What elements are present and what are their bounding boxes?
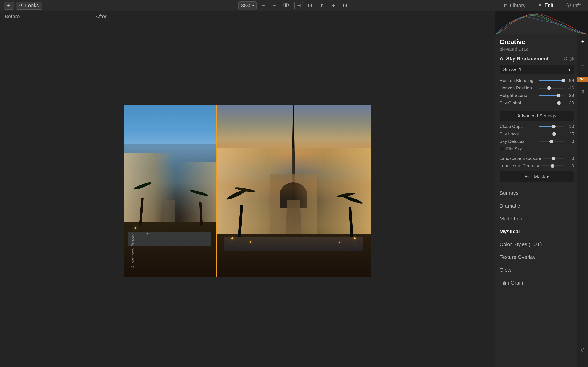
zoom-control[interactable]: 38% ▾ [238,1,257,10]
looks-icon: 👁 [19,3,24,8]
flip-sky-label: Flip Sky [506,146,522,151]
looks-button[interactable]: 👁 Looks [16,2,43,9]
plus-icon: + [7,3,10,9]
dropdown-chevron: ▾ [568,67,571,72]
list-item-texture-overlay[interactable]: Texture Overlay [500,251,574,264]
landscape-contrast-value: 0 [566,163,574,168]
horizon-position-label: Horizon Position [500,85,537,91]
close-gaps-slider[interactable] [539,124,564,129]
list-item-film-grain[interactable]: Film Grain [500,277,574,289]
sky-local-row: Sky Local 25 [500,131,574,137]
sky-local-value: 25 [566,131,574,137]
ai-sky-actions: ↺ ◎ [563,56,574,62]
relight-scene-label: Relight Scene [500,93,537,98]
photo-before [124,105,216,277]
image-container: © Matthew Browne [7,22,488,360]
history-panel-button[interactable]: ↺ [579,346,587,354]
sky-global-label: Sky Global [500,100,537,106]
creative-panel-button[interactable]: ⊛ [579,88,587,96]
close-gaps-row: Close Gaps 10 [500,124,574,129]
ai-sky-title: AI Sky Replacement [500,56,549,62]
section-title: Creative [500,38,574,46]
sky-global-row: Sky Global 30 [500,100,574,106]
horizon-position-slider[interactable] [539,86,564,90]
horizon-position-value: -16 [566,85,574,91]
list-item-color-styles[interactable]: Color Styles (LUT) [500,238,574,251]
creative-list: Sunrays Dramatic Matte Look Mystical Col… [500,187,574,289]
split-divider[interactable] [216,105,216,277]
before-label: Before [0,11,91,22]
portrait-panel-button[interactable]: ☺ [579,62,587,71]
list-item-sunrays[interactable]: Sunrays [500,187,574,200]
sky-global-slider[interactable] [539,101,564,105]
edit-mask-label: Edit Mask ▾ [525,174,549,179]
right-panel: Creative elevated.CR2 AI Sky Replacement… [495,11,588,367]
edit-nav-button[interactable]: ✏ Edit [532,0,560,11]
after-label: After [91,11,495,22]
fullscreen-button[interactable]: ⊡ [341,2,350,9]
horizon-blending-value: 98 [566,78,574,83]
compare-button[interactable]: ⊟ [294,2,303,9]
edit-mask-button[interactable]: Edit Mask ▾ [500,171,574,182]
zoom-in-button[interactable]: + [270,1,278,10]
toolbar: + 👁 Looks 38% ▾ − + 👁 ⊟ ⊡ ⬆ ⊞ ⊡ ⊞ Librar… [0,0,588,11]
edit-icon: ✏ [538,3,543,8]
list-item-matte-look[interactable]: Matte Look [500,213,574,225]
landscape-exposure-slider[interactable] [543,156,564,161]
sky-defocus-row: Sky Defocus 0 [500,139,574,144]
divider-2 [500,185,574,185]
divider [500,154,574,154]
info-icon: ⓘ [566,2,571,9]
library-nav-button[interactable]: ⊞ Library [497,0,532,11]
copyright-text: © Matthew Browne [131,232,136,268]
sky-local-slider[interactable] [539,132,564,136]
photo-after [216,105,371,277]
landscape-contrast-label: Landscape Contrast [500,163,539,168]
preset-label: Sunset 1 [503,67,521,72]
chevron-down-icon: ▾ [252,3,254,8]
list-item-mystical[interactable]: Mystical [500,225,574,238]
list-item-glow[interactable]: Glow [500,264,574,277]
horizon-blending-row: Horizon Blending 98 [500,78,574,83]
horizon-blending-slider[interactable] [539,78,564,83]
more-panel-button[interactable]: ⋯ [579,359,587,367]
landscape-contrast-slider[interactable] [541,164,564,168]
sky-defocus-slider[interactable] [539,139,564,144]
add-button[interactable]: + [4,2,14,9]
flip-sky-checkbox[interactable] [500,147,504,151]
list-item-dramatic[interactable]: Dramatic [500,200,574,213]
advanced-settings-button[interactable]: Advanced Settings [500,111,574,121]
histogram-area [495,11,588,34]
pro-badge: PRO [577,77,588,82]
sky-defocus-value: 0 [566,139,574,144]
landscape-exposure-label: Landscape Exposure [500,156,541,161]
close-gaps-value: 10 [566,124,574,129]
relight-scene-value: 29 [566,93,574,98]
crop-button[interactable]: ⊡ [306,2,315,9]
photo-wrapper[interactable]: © Matthew Browne [124,105,371,277]
layers-panel-button[interactable]: ⊞ [579,37,587,46]
relight-scene-row: Relight Scene 29 [500,93,574,98]
grid-button[interactable]: ⊞ [329,2,338,9]
relight-scene-slider[interactable] [539,93,564,98]
sliders-panel-button[interactable]: ≡ [579,50,587,58]
more-icon: ⋯ [580,360,585,366]
landscape-exposure-row: Landscape Exposure 0 [500,156,574,161]
toolbar-center: 38% ▾ − + 👁 ⊟ ⊡ ⬆ ⊞ ⊡ [238,1,350,10]
preview-button[interactable]: 👁 [281,1,292,10]
eye-toggle-button[interactable]: ◎ [570,56,574,62]
sky-global-value: 30 [566,100,574,106]
layers-icon: ⊞ [580,38,585,44]
zoom-out-button[interactable]: − [259,1,268,10]
share-button[interactable]: ⬆ [317,2,326,9]
before-after-labels: Before After [0,11,495,22]
ai-sky-header: AI Sky Replacement ↺ ◎ [500,56,574,62]
file-name: elevated.CR2 [500,47,574,52]
info-nav-button[interactable]: ⓘ Info [560,0,588,11]
canvas-area[interactable]: Before After [0,11,495,367]
pro-panel-button[interactable]: PRO [579,75,587,83]
preset-dropdown[interactable]: Sunset 1 ▾ [500,65,574,74]
panel-icons: ⊞ ≡ ☺ PRO ⊛ ↺ ⋯ [577,34,588,367]
reset-button[interactable]: ↺ [563,56,568,62]
horizon-position-row: Horizon Position -16 [500,85,574,91]
